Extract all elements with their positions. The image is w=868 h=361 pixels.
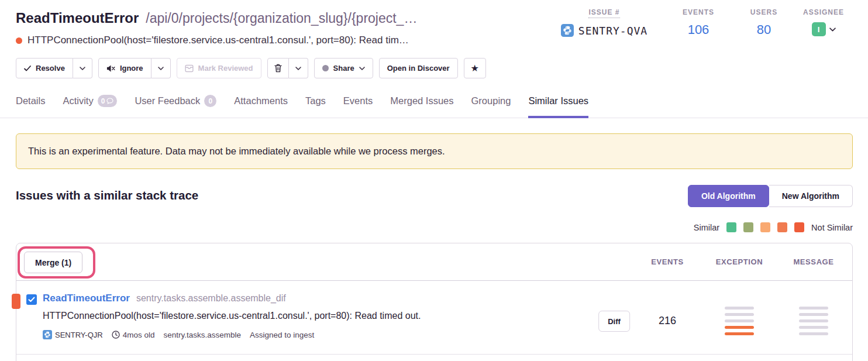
resolve-button[interactable]: Resolve bbox=[16, 58, 73, 78]
similar-issue-row: ReadTimeoutError sentry.tasks.assemble.a… bbox=[16, 281, 852, 355]
issue-culprit-text: HTTPConnectionPool(host='filestore.servi… bbox=[27, 35, 409, 46]
similar-issues-table: Merge (1) EVENTS EXCEPTION MESSAGE ReadT… bbox=[16, 243, 853, 361]
ignore-dropdown-button[interactable] bbox=[151, 58, 171, 78]
chevron-down-icon bbox=[359, 67, 365, 70]
old-algorithm-button[interactable]: Old Algorithm bbox=[688, 185, 769, 207]
tab-attachments[interactable]: Attachments bbox=[234, 91, 288, 118]
row-events-count: 216 bbox=[659, 315, 676, 327]
ignore-button-group: Ignore bbox=[98, 58, 171, 78]
clock-icon bbox=[112, 331, 120, 339]
issue-transaction-path: /api/0/projects/{organization_slug}/{pro… bbox=[146, 11, 417, 26]
merge-button[interactable]: Merge (1) bbox=[24, 252, 82, 273]
row-assignment: Assigned to ingest bbox=[250, 331, 314, 339]
chevron-down-icon bbox=[80, 67, 85, 70]
table-header: Merge (1) EVENTS EXCEPTION MESSAGE bbox=[16, 243, 852, 281]
legend-not-similar-label: Not Similar bbox=[811, 223, 853, 232]
tab-events[interactable]: Events bbox=[343, 91, 373, 118]
mark-reviewed-button[interactable]: Mark Reviewed bbox=[177, 58, 261, 78]
new-algorithm-button[interactable]: New Algorithm bbox=[769, 185, 853, 207]
share-status-dot bbox=[322, 65, 329, 71]
stat-users: USERS 80 bbox=[731, 8, 797, 37]
row-age: 4mos old bbox=[112, 331, 155, 339]
assignee-label: ASSIGNEE bbox=[803, 8, 844, 16]
tab-activity[interactable]: Activity 0 bbox=[63, 91, 117, 118]
legend-swatch-3 bbox=[760, 222, 770, 232]
issue-stats: ISSUE # SENTRY-QVA EVENTS 106 USERS 80 A… bbox=[543, 8, 850, 37]
row-meta: SENTRY-QJR 4mos old sentry.tasks.assembl… bbox=[43, 330, 314, 339]
diff-button[interactable]: Diff bbox=[598, 311, 630, 332]
user-feedback-count-badge: 0 bbox=[204, 95, 216, 107]
similarity-bar bbox=[799, 319, 828, 322]
row-issue-message: HTTPConnectionPool(host='filestore.servi… bbox=[43, 311, 421, 321]
row-issue-title-link[interactable]: ReadTimeoutError bbox=[43, 293, 130, 304]
resolve-button-group: Resolve bbox=[16, 58, 92, 78]
inbox-icon bbox=[185, 64, 194, 73]
tab-grouping[interactable]: Grouping bbox=[471, 91, 511, 118]
resolve-dropdown-button[interactable] bbox=[73, 58, 92, 78]
sentry-issue-page: ReadTimeoutError /api/0/projects/{organi… bbox=[0, 0, 868, 361]
algorithm-toggle: Old Algorithm New Algorithm bbox=[688, 185, 853, 207]
row-location: sentry.tasks.assemble bbox=[163, 331, 241, 339]
similarity-legend: Similar Not Similar bbox=[694, 222, 853, 232]
legend-swatch-1 bbox=[726, 222, 736, 232]
delete-dropdown-button[interactable] bbox=[289, 58, 308, 78]
column-header-message: MESSAGE bbox=[793, 257, 833, 266]
chevron-down-icon bbox=[829, 27, 836, 32]
issue-header: ReadTimeoutError /api/0/projects/{organi… bbox=[16, 10, 501, 26]
similarity-bar bbox=[799, 332, 828, 335]
comment-bubble-icon bbox=[106, 98, 113, 104]
error-level-tag bbox=[12, 294, 20, 309]
column-header-exception: EXCEPTION bbox=[716, 257, 763, 266]
stat-assignee: ASSIGNEE I bbox=[797, 8, 850, 36]
row-checkbox-checked[interactable] bbox=[26, 294, 37, 305]
chevron-down-icon bbox=[158, 67, 164, 70]
tab-merged-issues[interactable]: Merged Issues bbox=[390, 91, 453, 118]
check-icon bbox=[24, 66, 31, 71]
python-project-icon bbox=[43, 330, 52, 339]
tab-similar-issues[interactable]: Similar Issues bbox=[528, 91, 588, 118]
delete-button-group bbox=[267, 58, 308, 78]
legend-swatch-5 bbox=[794, 222, 804, 232]
similarity-bar bbox=[725, 313, 754, 316]
events-count[interactable]: 106 bbox=[688, 22, 709, 37]
users-label: USERS bbox=[750, 8, 777, 16]
python-project-icon bbox=[561, 24, 574, 37]
tab-details[interactable]: Details bbox=[16, 91, 45, 118]
assignee-avatar[interactable]: I bbox=[812, 22, 826, 36]
row-short-id: SENTRY-QJR bbox=[55, 331, 103, 339]
similarity-bar bbox=[725, 307, 754, 310]
tab-tags[interactable]: Tags bbox=[305, 91, 326, 118]
similarity-bar bbox=[725, 319, 754, 322]
similarity-bar bbox=[799, 326, 828, 329]
similar-issues-heading: Issues with a similar stack trace bbox=[16, 188, 198, 202]
activity-count-badge: 0 bbox=[98, 95, 118, 107]
similarity-bar bbox=[725, 326, 754, 329]
events-label: EVENTS bbox=[683, 8, 714, 16]
issue-short-id: SENTRY-QVA bbox=[578, 25, 647, 37]
issue-action-toolbar: Resolve Ignore Mark Reviewed Share bbox=[16, 58, 486, 78]
share-button[interactable]: Share bbox=[314, 58, 373, 78]
similarity-bar bbox=[799, 313, 828, 316]
row-issue-culprit: sentry.tasks.assemble.assemble_dif bbox=[136, 293, 286, 304]
users-count[interactable]: 80 bbox=[757, 22, 771, 37]
chevron-down-icon bbox=[295, 67, 301, 70]
issue-subtitle: HTTPConnectionPool(host='filestore.servi… bbox=[16, 35, 409, 46]
ignore-button[interactable]: Ignore bbox=[98, 58, 151, 78]
exception-similarity-bars bbox=[725, 307, 754, 335]
column-header-events: EVENTS bbox=[651, 257, 684, 266]
delete-button[interactable] bbox=[267, 58, 289, 78]
error-level-dot bbox=[16, 37, 22, 44]
legend-swatch-2 bbox=[743, 222, 753, 232]
mute-icon bbox=[106, 64, 115, 73]
message-similarity-bars bbox=[799, 307, 828, 335]
open-in-discover-button[interactable]: Open in Discover bbox=[379, 58, 458, 78]
bookmark-star-button[interactable]: ★ bbox=[464, 58, 486, 78]
experimental-feature-banner: This is an experimental feature. Data ma… bbox=[16, 133, 853, 169]
tab-user-feedback[interactable]: User Feedback 0 bbox=[135, 91, 216, 118]
issue-tabs: Details Activity 0 User Feedback 0 Attac… bbox=[0, 91, 868, 118]
legend-similar-label: Similar bbox=[694, 223, 719, 232]
stat-events: EVENTS 106 bbox=[666, 8, 731, 37]
assignee-selector[interactable]: I bbox=[812, 22, 836, 36]
star-icon: ★ bbox=[471, 63, 479, 74]
row-project-id: SENTRY-QJR bbox=[43, 330, 103, 339]
